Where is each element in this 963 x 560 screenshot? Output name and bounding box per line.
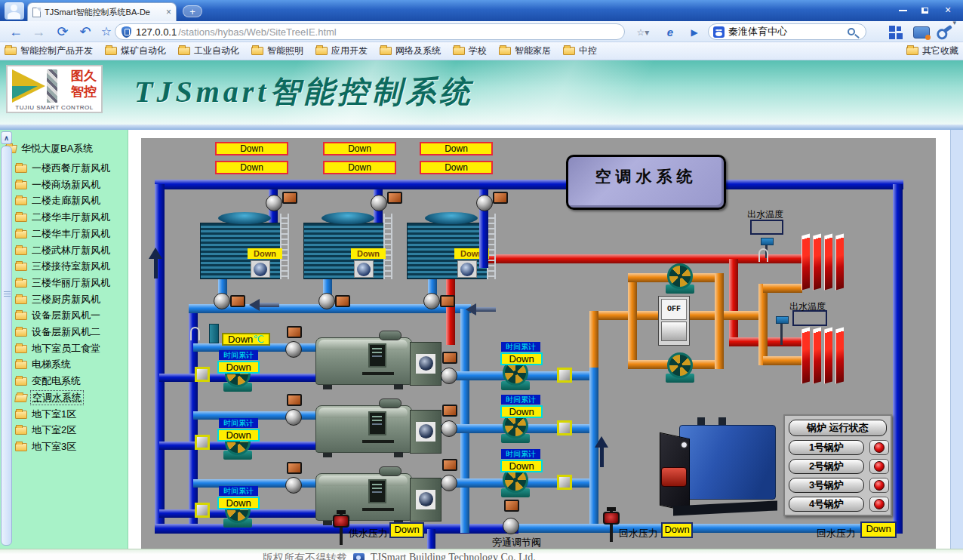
pressure-valve[interactable] <box>332 510 350 545</box>
search-icon[interactable] <box>848 28 855 35</box>
temp-down-readout[interactable]: Down℃ <box>222 333 270 346</box>
bypass-switch[interactable]: OFF <box>658 296 690 346</box>
pump-down-button[interactable]: Down <box>500 405 543 418</box>
bookmark-folder[interactable]: 应用开发 <box>315 45 368 57</box>
refresh-button[interactable]: ⟳ <box>53 23 72 41</box>
bypass-valve-label: 旁通调节阀 <box>492 536 541 549</box>
pump-down-button[interactable]: Down <box>217 497 260 509</box>
valve-sphere[interactable] <box>441 420 457 437</box>
sidebar-item-14[interactable]: −空调水系统 <box>0 391 84 405</box>
bookmark-folder[interactable]: 工业自动化 <box>178 45 239 57</box>
pipe-clamp <box>190 327 200 340</box>
boiler-row-button[interactable]: 3号锅炉 <box>789 478 864 493</box>
sidebar-item-10[interactable]: +设备层新风机二 <box>0 325 102 339</box>
new-tab-button[interactable]: + <box>183 5 202 17</box>
sidebar-item-5[interactable]: +二楼武林厅新风机 <box>0 244 112 257</box>
play-button[interactable]: ▶ <box>684 23 705 40</box>
valve-sphere[interactable] <box>371 195 387 211</box>
pump-down-button[interactable]: Down <box>217 429 260 442</box>
flow-arrow-left <box>466 303 496 315</box>
down-button[interactable]: Down <box>323 161 396 174</box>
return-pressure-down[interactable]: Down <box>860 522 897 538</box>
down-button[interactable]: Down <box>215 161 288 174</box>
bookmark-folder[interactable]: 智能照明 <box>251 45 303 57</box>
pump-down-button[interactable]: Down <box>500 460 543 472</box>
ie-mode-button[interactable]: e <box>660 23 681 40</box>
sidebar-item-0[interactable]: +一楼西餐厅新风机 <box>0 162 112 175</box>
sidebar-item-3[interactable]: +二楼华丰厅新风机 <box>0 211 112 224</box>
user-avatar-icon[interactable] <box>5 2 24 20</box>
valve-indicator[interactable] <box>195 367 210 382</box>
valve-sphere[interactable] <box>285 409 302 426</box>
valve-indicator[interactable] <box>195 503 210 518</box>
tower-down-readout[interactable]: Down <box>248 248 282 259</box>
switch-lever[interactable] <box>661 322 687 341</box>
bookmark-folder[interactable]: 网络及系统 <box>380 45 441 57</box>
undo-button[interactable]: ↶ <box>75 23 95 41</box>
valve-sphere[interactable] <box>285 477 302 494</box>
pump-down-button[interactable]: Down <box>500 352 543 365</box>
tree-root[interactable]: 华悦大厦BA系统 <box>5 142 94 155</box>
down-button[interactable]: Down <box>420 142 493 155</box>
bookmark-folder[interactable]: 中控 <box>563 45 597 57</box>
valve-indicator[interactable] <box>557 368 572 383</box>
sidebar-item-9[interactable]: +设备层新风机一 <box>0 309 102 322</box>
search-input[interactable]: 秦淮体育中心 <box>708 23 866 40</box>
tab-close-icon[interactable]: × <box>166 7 171 17</box>
browser-tab[interactable]: TJSmart智能控制系统BA-De × <box>27 2 177 21</box>
boiler-row-button[interactable]: 2号锅炉 <box>789 459 864 474</box>
supply-pressure-down[interactable]: Down <box>389 522 424 538</box>
sidebar-item-2[interactable]: +二楼走廊新风机 <box>0 194 102 208</box>
favorite-star-button[interactable]: ☆ <box>97 23 116 41</box>
scroll-up-button[interactable]: ∧ <box>1 131 12 144</box>
vertical-scrollbar[interactable] <box>950 130 963 549</box>
sidebar-item-13[interactable]: +变配电系统 <box>0 374 82 388</box>
sidebar-item-8[interactable]: +三楼厨房新风机 <box>0 293 102 306</box>
valve-sphere[interactable] <box>476 195 493 211</box>
bookmark-dropdown-button[interactable]: ☆▾ <box>629 23 657 40</box>
valve-sphere[interactable] <box>503 518 519 534</box>
valve-sphere[interactable] <box>266 195 282 211</box>
down-button[interactable]: Down <box>215 142 288 155</box>
valve-sphere[interactable] <box>318 293 335 309</box>
valve-sphere[interactable] <box>285 341 302 358</box>
valve-indicator[interactable] <box>557 420 572 435</box>
sidebar-item-11[interactable]: +地下室员工食堂 <box>0 342 102 355</box>
screenshot-icon[interactable] <box>913 26 930 38</box>
sidebar-item-7[interactable]: +三楼华丽厅新风机 <box>0 276 112 290</box>
tower-down-readout[interactable]: Down <box>351 248 386 259</box>
sidebar-item-1[interactable]: +一楼商场新风机 <box>0 178 102 192</box>
bookmark-folder[interactable]: 智能家居 <box>499 45 551 57</box>
folder-icon <box>15 426 27 435</box>
down-button[interactable]: Down <box>323 142 396 155</box>
bookmark-folder[interactable]: 煤矿自动化 <box>105 45 166 57</box>
down-button[interactable]: Down <box>420 161 493 174</box>
valve-sphere[interactable] <box>441 368 457 384</box>
scrollbar-thumb[interactable] <box>1 146 12 546</box>
valve-sphere[interactable] <box>423 293 440 309</box>
url-bar[interactable]: 127.0.0.1/stations/hybas/Web/SiteTreeIE.… <box>115 23 625 40</box>
return-pressure-down[interactable]: Down <box>661 522 693 538</box>
forward-button[interactable]: → <box>29 23 48 41</box>
pressure-valve[interactable] <box>602 507 620 542</box>
sidebar-item-6[interactable]: +三楼接待室新风机 <box>0 260 112 273</box>
bookmark-folder[interactable]: 学校 <box>453 45 487 57</box>
back-button[interactable]: ← <box>6 23 26 41</box>
ch-port <box>416 354 435 374</box>
window-minimize-button[interactable] <box>892 2 913 18</box>
valve-indicator[interactable] <box>557 475 572 490</box>
apps-grid-icon[interactable] <box>889 26 903 39</box>
valve-sphere[interactable] <box>441 475 457 491</box>
bookmark-other-favorites[interactable]: 其它收藏 <box>906 45 958 57</box>
valve-indicator[interactable] <box>195 435 210 450</box>
valve-sphere[interactable] <box>214 293 230 309</box>
boiler-row-button[interactable]: 4号锅炉 <box>789 497 864 512</box>
settings-wrench-icon[interactable] <box>940 25 952 35</box>
bookmark-label: 煤矿自动化 <box>121 45 166 57</box>
boiler-row-button[interactable]: 1号锅炉 <box>789 440 864 455</box>
window-restore-button[interactable] <box>914 2 935 18</box>
bookmark-folder[interactable]: 智能控制产品开发 <box>5 45 93 57</box>
window-close-button[interactable]: × <box>936 2 960 18</box>
sidebar-item-4[interactable]: +二楼华丰厅新风机 <box>0 227 112 241</box>
pump-down-button[interactable]: Down <box>217 361 260 374</box>
